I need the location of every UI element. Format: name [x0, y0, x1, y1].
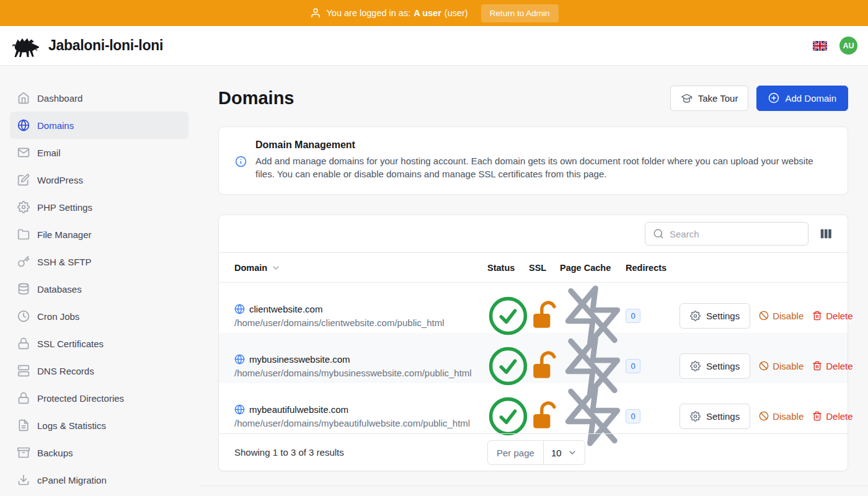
trash-icon [812, 411, 822, 421]
domain-path: /home/user/domains/mybusinesswebsite.com… [234, 368, 487, 378]
sidebar-item-dns-records[interactable]: DNS Records [10, 357, 188, 384]
delete-button[interactable]: Delete [812, 361, 852, 371]
app-root: You are logged in as: A user (user) Retu… [0, 0, 868, 496]
title-row: Domains Take Tour Add Domain [218, 84, 848, 112]
mail-icon [17, 146, 30, 159]
table-row: mybeautifulwebsite.com /home/user/domain… [219, 383, 848, 433]
chevron-down-icon [567, 448, 577, 458]
delete-button[interactable]: Delete [812, 311, 852, 321]
user-icon [310, 7, 321, 19]
take-tour-button[interactable]: Take Tour [670, 86, 749, 111]
domains-table-card: Domain Status SSL Page Cache Redirects c… [218, 215, 848, 471]
globe-icon [17, 119, 30, 131]
sidebar-item-domains[interactable]: Domains [10, 112, 188, 139]
download-icon [17, 474, 30, 486]
server-icon [17, 365, 30, 377]
sidebar-item-wordpress[interactable]: WordPress [10, 166, 188, 193]
home-icon [17, 92, 30, 104]
return-to-admin-button[interactable]: Return to Admin [481, 4, 559, 22]
take-tour-label: Take Tour [698, 93, 738, 104]
info-icon [235, 156, 247, 167]
per-page-control: Per page 10 [487, 440, 585, 465]
redirects-badge[interactable]: 0 [626, 359, 640, 373]
info-content: Domain Management Add and manage domains… [255, 140, 823, 180]
redirects-badge[interactable]: 0 [626, 409, 640, 423]
settings-button[interactable]: Settings [680, 303, 750, 329]
sidebar-item-file-manager[interactable]: File Manager [10, 221, 188, 248]
domain-link[interactable]: mybusinesswebsite.com [249, 354, 350, 365]
sidebar-item-logs-statistics[interactable]: Logs & Statistics [10, 412, 188, 439]
domain-path: /home/user/domains/mybeautifulwebsite.co… [234, 418, 487, 428]
clock-icon [17, 310, 30, 322]
per-page-select[interactable]: 10 [544, 441, 585, 464]
brand-name: Jabaloni-loni-loni [48, 37, 163, 54]
table-body: clientwebsite.com /home/user/domains/cli… [219, 283, 848, 433]
sidebar-item-backups[interactable]: Backups [10, 439, 188, 466]
gear-icon [17, 201, 30, 213]
sidebar-item-databases[interactable]: Databases [10, 275, 188, 303]
status-enabled-icon [487, 396, 529, 437]
ssl-unlocked-icon[interactable] [529, 300, 560, 331]
domain-link[interactable]: mybeautifulwebsite.com [249, 404, 348, 415]
column-header-redirects: Redirects [626, 263, 680, 273]
gear-icon [690, 311, 701, 321]
disable-button[interactable]: Disable [759, 311, 804, 321]
settings-button[interactable]: Settings [680, 404, 750, 429]
disable-button[interactable]: Disable [759, 361, 804, 371]
main-content: Domains Take Tour Add Domain Domain Mana… [198, 66, 868, 496]
column-header-status: Status [487, 263, 529, 273]
disable-button[interactable]: Disable [759, 411, 804, 422]
sidebar-item-protected-directories[interactable]: Protected Directories [10, 384, 188, 412]
delete-button[interactable]: Delete [812, 411, 852, 422]
lock-icon [17, 392, 30, 404]
brand[interactable]: Jabaloni-loni-loni [9, 33, 163, 58]
uk-flag-icon[interactable] [813, 41, 827, 51]
slash-circle-icon [759, 361, 769, 371]
database-icon [17, 283, 30, 295]
search-input[interactable] [670, 229, 800, 239]
ssl-unlocked-icon[interactable] [529, 350, 560, 381]
sort-chevron-down-icon [271, 263, 281, 273]
column-header-ssl: SSL [529, 263, 560, 273]
search-box [645, 222, 808, 246]
footer-divider [198, 485, 868, 486]
sidebar-item-dashboard[interactable]: Dashboard [10, 84, 188, 112]
redirects-badge[interactable]: 0 [626, 309, 640, 323]
gear-icon [690, 361, 701, 371]
table-row: clientwebsite.com /home/user/domains/cli… [219, 283, 848, 333]
settings-button[interactable]: Settings [680, 353, 750, 379]
table-footer: Showing 1 to 3 of 3 results Per page 10 [219, 433, 848, 471]
sidebar-item-php-settings[interactable]: PHP Settings [10, 193, 188, 221]
sidebar-item-ssh-sftp[interactable]: SSH & SFTP [10, 248, 188, 275]
slash-circle-icon [759, 411, 769, 421]
sidebar-item-cron-jobs[interactable]: Cron Jobs [10, 303, 188, 330]
globe-icon [234, 404, 245, 415]
impersonated-user-name: A user [414, 8, 441, 18]
domain-link[interactable]: clientwebsite.com [249, 304, 322, 314]
impersonation-prefix: You are logged in as: [327, 8, 411, 18]
ssl-unlocked-icon[interactable] [529, 401, 560, 432]
sidebar-item-email[interactable]: Email [10, 139, 188, 166]
slash-circle-icon [759, 311, 769, 321]
column-header-domain[interactable]: Domain [234, 263, 487, 273]
add-domain-label: Add Domain [785, 93, 836, 104]
status-enabled-icon [487, 345, 529, 387]
impersonation-banner: You are logged in as: A user (user) Retu… [0, 0, 868, 26]
table-toolbar [219, 215, 848, 252]
info-title: Domain Management [255, 140, 823, 151]
sidebar-item-cpanel-migration[interactable]: cPanel Migration [10, 466, 188, 494]
plus-circle-icon [768, 92, 779, 104]
columns-toggle-button[interactable] [819, 227, 833, 241]
search-icon [653, 228, 664, 239]
per-page-label: Per page [488, 441, 544, 464]
add-domain-button[interactable]: Add Domain [756, 86, 848, 111]
lock-icon [17, 337, 30, 350]
key-icon [17, 255, 30, 268]
app-header: Jabaloni-loni-loni AU [0, 26, 868, 66]
sidebar: Dashboard Domains Email WordPress PHP Se… [0, 66, 198, 496]
sidebar-item-ssl-certificates[interactable]: SSL Certificates [10, 330, 188, 357]
table-header-row: Domain Status SSL Page Cache Redirects [219, 252, 848, 283]
results-summary: Showing 1 to 3 of 3 results [234, 447, 344, 458]
column-header-page-cache: Page Cache [560, 263, 626, 273]
avatar[interactable]: AU [839, 37, 857, 55]
